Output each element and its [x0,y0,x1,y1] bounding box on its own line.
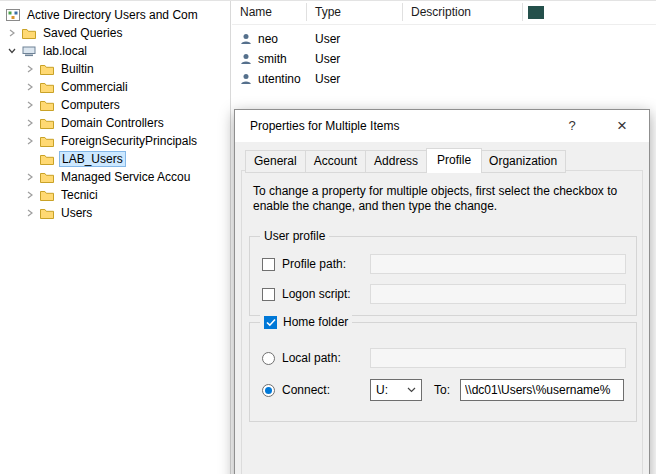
chevron-right-icon[interactable] [25,136,35,146]
drive-select[interactable]: U: [370,379,422,401]
tree-item-lab-local[interactable]: lab.local [0,42,230,60]
folder-icon [40,118,54,129]
user-profile-group-label: User profile [260,229,329,243]
tree-item-root[interactable]: Active Directory Users and Com [0,6,230,24]
tree-item-label: Commerciali [59,80,130,94]
close-button[interactable]: × [607,110,637,141]
tree-item-computers[interactable]: Computers [0,96,230,114]
aduc-window: Active Directory Users and Com Saved Que… [0,0,656,474]
tree-item-label-selected: LAB_Users [59,151,126,167]
chevron-right-icon[interactable] [7,28,17,38]
tree-item-label: ForeignSecurityPrincipals [59,134,199,148]
column-header-name[interactable]: Name [240,5,272,19]
home-folder-label[interactable]: Home folder [283,315,348,329]
folder-icon [40,154,54,165]
user-icon [240,53,252,65]
dialog-titlebar[interactable]: Properties for Multiple Items ? × [235,110,649,142]
profile-path-label[interactable]: Profile path: [282,257,346,271]
chevron-right-icon[interactable] [25,118,35,128]
to-label: To: [434,383,450,397]
profile-path-input [370,254,626,274]
local-path-input [370,348,626,368]
list-row-smith[interactable]: smith User [232,49,656,69]
chevron-right-icon[interactable] [25,190,35,200]
profile-path-checkbox[interactable] [262,258,275,271]
cell-type: User [315,32,340,46]
tree-item-label: Saved Queries [41,26,124,40]
chevron-right-icon[interactable] [25,64,35,74]
column-header-description[interactable]: Description [411,5,471,19]
tree-item-saved-queries[interactable]: Saved Queries [0,24,230,42]
local-path-row: Local path: [262,347,628,369]
help-button[interactable]: ? [557,110,587,141]
tree-item-users[interactable]: Users [0,204,230,222]
logon-script-checkbox[interactable] [262,288,275,301]
logon-script-label[interactable]: Logon script: [282,287,351,301]
tab-account[interactable]: Account [306,150,366,173]
tree-item-foreignsecurityprincipals[interactable]: ForeignSecurityPrincipals [0,132,230,150]
properties-dialog: Properties for Multiple Items ? × Genera… [234,109,650,474]
tab-general[interactable]: General [245,150,306,173]
column-resize-handle[interactable] [402,3,403,21]
list-row-utentino[interactable]: utentino User [232,69,656,89]
tab-strip: General Account Address Profile Organiza… [245,148,566,173]
home-folder-group-label[interactable]: Home folder [260,315,352,329]
logon-script-input [370,284,626,304]
tab-profile[interactable]: Profile [426,148,482,173]
chevron-down-icon[interactable] [7,47,17,55]
tree-item-label: Tecnici [59,188,100,202]
chevron-right-icon[interactable] [25,208,35,218]
folder-icon [40,136,54,147]
cell-name: neo [258,32,278,46]
cell-name: smith [258,52,287,66]
column-resize-handle[interactable] [522,3,523,21]
cell-type: User [315,72,340,86]
home-folder-checkbox[interactable] [264,316,277,329]
local-path-label[interactable]: Local path: [282,351,341,365]
chevron-right-icon[interactable] [25,172,35,182]
folder-icon [40,172,54,183]
tree-item-builtin[interactable]: Builtin [0,60,230,78]
list-row-neo[interactable]: neo User [232,29,656,49]
tree-item-tecnici[interactable]: Tecnici [0,186,230,204]
connect-label[interactable]: Connect: [282,383,330,397]
check-icon [266,318,276,327]
drive-select-value: U: [376,383,388,397]
user-profile-group: User profile Profile path: Logon script: [249,236,637,316]
tree-item-label: lab.local [41,44,89,58]
cell-name: utentino [258,72,301,86]
chevron-right-icon[interactable] [25,82,35,92]
folder-icon [40,208,54,219]
header-dark-square [528,6,544,19]
chevron-down-icon [407,387,416,393]
folder-icon [40,190,54,201]
profile-path-row: Profile path: [262,253,628,275]
user-icon [240,73,252,85]
logon-script-row: Logon script: [262,283,628,305]
folder-icon [40,82,54,93]
tree-item-label: Managed Service Accou [59,170,192,184]
chevron-right-icon[interactable] [25,100,35,110]
column-header-type[interactable]: Type [315,5,341,19]
tab-organization[interactable]: Organization [481,150,566,173]
active-directory-icon [6,9,20,21]
connect-row: Connect: U: To: [262,379,628,401]
tree-item-managed-service-accounts[interactable]: Managed Service Accou [0,168,230,186]
tree-item-label: Domain Controllers [59,116,166,130]
tree-item-commerciali[interactable]: Commerciali [0,78,230,96]
tree-item-lab-users[interactable]: LAB_Users [0,150,230,168]
connect-radio[interactable] [262,384,275,397]
column-resize-handle[interactable] [306,3,307,21]
folder-icon [40,100,54,111]
tab-address[interactable]: Address [366,150,427,173]
tree-item-label: Computers [59,98,122,112]
local-path-radio[interactable] [262,352,275,365]
home-path-input[interactable] [460,379,624,401]
tree-item-domain-controllers[interactable]: Domain Controllers [0,114,230,132]
cell-type: User [315,52,340,66]
dialog-title: Properties for Multiple Items [250,119,399,133]
folder-icon [40,64,54,75]
console-tree-panel: Active Directory Users and Com Saved Que… [0,1,231,474]
list-header: Name Type Description [232,1,656,25]
domain-icon [22,46,36,57]
